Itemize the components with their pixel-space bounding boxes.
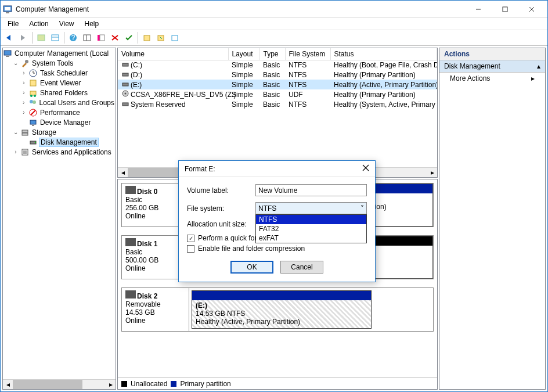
table-row[interactable]: (D:)SimpleBasicNTFSHealthy (Primary Part…	[118, 70, 437, 80]
volume-list[interactable]: Volume Layout Type File System Status (C…	[117, 48, 438, 178]
volume-icon	[121, 90, 129, 99]
svg-point-23	[25, 60, 28, 63]
actions-more[interactable]: More Actions ▸	[439, 73, 545, 84]
col-volume[interactable]: Volume	[118, 48, 228, 60]
svg-rect-38	[22, 133, 28, 135]
close-button[interactable]	[518, 1, 545, 18]
fs-option-ntfs[interactable]: NTFS	[256, 215, 366, 224]
tool1-icon[interactable]	[140, 31, 153, 44]
dialog-close-button[interactable]	[362, 164, 369, 173]
tree-local-users[interactable]: ›Local Users and Groups	[3, 98, 116, 107]
fs-option-exfat[interactable]: exFAT	[256, 233, 366, 243]
tree-event-viewer[interactable]: ›Event Viewer	[3, 78, 116, 88]
view-mode-button[interactable]	[81, 31, 93, 44]
file-system-dropdown[interactable]: NTFS FAT32 exFAT	[255, 214, 367, 243]
expand-icon[interactable]: ›	[19, 70, 28, 76]
cancel-button[interactable]: Cancel	[280, 261, 323, 274]
perf-icon	[28, 108, 38, 117]
compression-checkbox[interactable]: Enable file and folder compression	[187, 244, 367, 253]
expand-icon[interactable]: ›	[19, 89, 28, 96]
forward-button[interactable]	[17, 31, 30, 44]
clock-icon	[28, 69, 38, 78]
tree-scrollbar[interactable]: ◂ ▸	[3, 379, 116, 389]
col-type[interactable]: Type	[259, 48, 285, 60]
volume-label-input[interactable]	[255, 184, 367, 196]
svg-rect-20	[172, 35, 178, 41]
svg-rect-14	[98, 35, 100, 41]
disk-2-partition-e[interactable]: (E:) 14.53 GB NTFS Healthy (Active, Prim…	[192, 290, 372, 329]
expand-icon[interactable]: ›	[19, 99, 28, 106]
console-tree[interactable]: Computer Management (Local ⌄System Tools…	[2, 48, 116, 390]
menu-view[interactable]: View	[55, 19, 79, 28]
legend-unallocated-swatch	[121, 381, 127, 387]
svg-rect-43	[122, 73, 128, 76]
col-filesystem[interactable]: File System	[285, 48, 330, 60]
expand-icon[interactable]: ›	[19, 80, 28, 86]
hdd-icon	[125, 238, 136, 246]
svg-point-46	[125, 93, 127, 95]
table-row[interactable]: (E:)SimpleBasicNTFSHealthy (Active, Prim…	[118, 80, 437, 89]
volume-icon	[121, 81, 129, 89]
expand-icon[interactable]: ›	[11, 149, 20, 155]
maximize-button[interactable]	[492, 1, 518, 18]
tree-storage[interactable]: ⌄Storage	[3, 127, 116, 137]
menu-file[interactable]: File	[3, 19, 23, 28]
col-layout[interactable]: Layout	[228, 48, 259, 60]
tree-device-manager[interactable]: Device Manager	[3, 117, 116, 127]
svg-rect-47	[122, 103, 128, 106]
tool2-icon[interactable]	[154, 31, 167, 44]
allocation-size-label: Allocation unit size:	[187, 220, 255, 228]
actions-header: Actions	[439, 48, 545, 60]
svg-rect-4	[503, 7, 507, 12]
svg-rect-36	[32, 125, 34, 126]
collapse-up-icon[interactable]: ▴	[537, 62, 540, 70]
fs-option-fat32[interactable]: FAT32	[256, 224, 366, 233]
help-button[interactable]: ?	[67, 31, 80, 44]
volume-label-label: Volume label:	[187, 186, 255, 195]
event-icon	[28, 78, 38, 88]
svg-rect-7	[38, 35, 45, 41]
tree-services[interactable]: ›Services and Applications	[3, 147, 116, 157]
ok-button[interactable]: OK	[230, 261, 273, 274]
chevron-down-icon[interactable]: ˅	[360, 204, 364, 213]
tree-performance[interactable]: ›Performance	[3, 107, 116, 117]
col-status[interactable]: Status	[330, 48, 437, 60]
menu-bar: File Action View Help	[1, 18, 547, 30]
scroll-right-icon[interactable]: ▸	[106, 380, 116, 389]
table-row[interactable]: CCSA_X86FRE_EN-US_DV5 (Z:)SimpleBasicUDF…	[118, 89, 437, 99]
scroll-right-icon[interactable]: ▸	[427, 168, 437, 177]
svg-point-32	[33, 100, 36, 104]
dialog-title: Format E:	[185, 165, 215, 173]
minimize-button[interactable]	[465, 1, 492, 18]
dialog-title-bar[interactable]: Format E:	[179, 161, 375, 177]
collapse-icon[interactable]: ⌄	[11, 60, 20, 66]
volume-icon	[121, 71, 129, 79]
tree-system-tools[interactable]: ⌄System Tools	[3, 58, 116, 68]
svg-rect-8	[52, 35, 59, 41]
expand-icon[interactable]: ›	[19, 109, 28, 116]
show-hide-tree-button[interactable]	[35, 31, 48, 44]
file-system-select[interactable]: NTFS ˅ NTFS FAT32 exFAT	[255, 202, 367, 214]
table-row[interactable]: System ReservedSimpleBasicNTFSHealthy (S…	[118, 99, 437, 109]
delete-icon[interactable]	[109, 31, 121, 44]
table-row[interactable]: (C:)SimpleBasicNTFSHealthy (Boot, Page F…	[118, 60, 437, 70]
tree-task-scheduler[interactable]: ›Task Scheduler	[3, 68, 116, 78]
settings-icon[interactable]	[95, 31, 107, 44]
tree-root[interactable]: Computer Management (Local	[3, 48, 116, 58]
svg-text:?: ?	[71, 34, 75, 42]
tool3-icon[interactable]	[168, 31, 181, 44]
back-button[interactable]	[3, 31, 16, 44]
scroll-left-icon[interactable]: ◂	[3, 380, 13, 389]
menu-action[interactable]: Action	[24, 19, 53, 28]
actions-group-disk-management[interactable]: Disk Management ▴	[439, 60, 545, 73]
tree-shared-folders[interactable]: ›Shared Folders	[3, 88, 116, 98]
checkmark-icon[interactable]	[122, 31, 135, 44]
disk-2[interactable]: Disk 2 Removable 14.53 GB Online (E:) 14…	[121, 287, 434, 332]
collapse-icon[interactable]: ⌄	[11, 129, 20, 135]
scroll-left-icon[interactable]: ◂	[118, 168, 128, 177]
services-icon	[20, 148, 30, 157]
tree-disk-management[interactable]: Disk Management	[3, 137, 116, 147]
menu-help[interactable]: Help	[80, 19, 104, 28]
properties-button[interactable]	[49, 31, 62, 44]
app-icon	[3, 5, 12, 14]
